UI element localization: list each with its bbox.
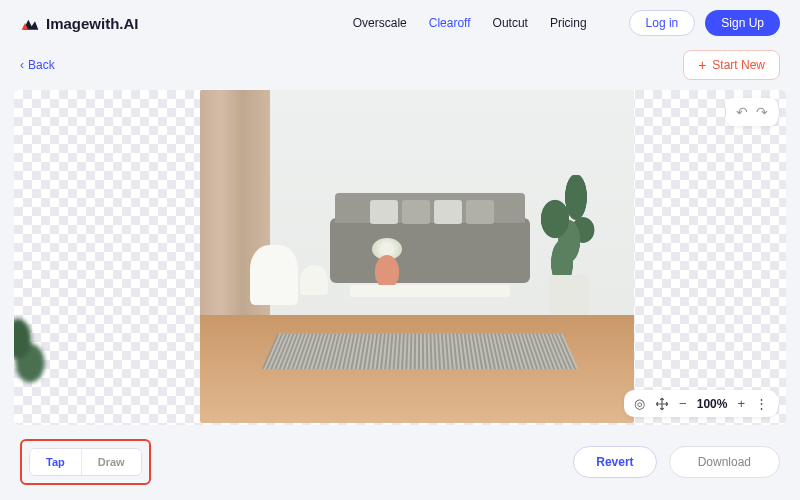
bottom-bar: Tap Draw Revert Download (0, 425, 800, 499)
mode-tap-button[interactable]: Tap (30, 449, 82, 475)
nav-overscale[interactable]: Overscale (353, 16, 407, 30)
subheader: ‹ Back + Start New (0, 46, 800, 90)
redo-icon[interactable]: ↷ (756, 104, 768, 120)
back-link[interactable]: ‹ Back (20, 58, 55, 72)
canvas[interactable]: ↶ ↷ ◎ − 100% + ⋮ (14, 90, 786, 425)
action-buttons: Revert Download (573, 446, 780, 478)
zoom-toolbar: ◎ − 100% + ⋮ (624, 390, 778, 417)
start-new-button[interactable]: + Start New (683, 50, 780, 80)
foreground-plant (14, 315, 54, 395)
plus-icon: + (698, 57, 706, 73)
image-preview[interactable] (200, 90, 634, 423)
revert-button[interactable]: Revert (573, 446, 656, 478)
eye-icon[interactable]: ◎ (634, 396, 645, 411)
nav-pricing[interactable]: Pricing (550, 16, 587, 30)
login-button[interactable]: Log in (629, 10, 696, 36)
start-new-label: Start New (712, 58, 765, 72)
logo-icon (20, 13, 40, 33)
top-nav: Overscale Clearoff Outcut Pricing Log in… (353, 10, 780, 36)
zoom-in-button[interactable]: + (737, 396, 745, 411)
zoom-value: 100% (697, 397, 728, 411)
brand-name: Imagewith.AI (46, 15, 139, 32)
mode-draw-button[interactable]: Draw (82, 449, 141, 475)
download-button[interactable]: Download (669, 446, 780, 478)
zoom-out-button[interactable]: − (679, 396, 687, 411)
chevron-left-icon: ‹ (20, 58, 24, 72)
auth-buttons: Log in Sign Up (629, 10, 780, 36)
more-icon[interactable]: ⋮ (755, 396, 768, 411)
undo-redo-toolbar: ↶ ↷ (726, 98, 778, 126)
back-label: Back (28, 58, 55, 72)
undo-icon[interactable]: ↶ (736, 104, 748, 120)
signup-button[interactable]: Sign Up (705, 10, 780, 36)
header: Imagewith.AI Overscale Clearoff Outcut P… (0, 0, 800, 46)
logo[interactable]: Imagewith.AI (20, 13, 139, 33)
nav-clearoff[interactable]: Clearoff (429, 16, 471, 30)
mode-toggle-highlight: Tap Draw (20, 439, 151, 485)
nav-outcut[interactable]: Outcut (493, 16, 528, 30)
move-icon[interactable] (655, 397, 669, 411)
room-scene (200, 90, 634, 423)
mode-toggle: Tap Draw (29, 448, 142, 476)
